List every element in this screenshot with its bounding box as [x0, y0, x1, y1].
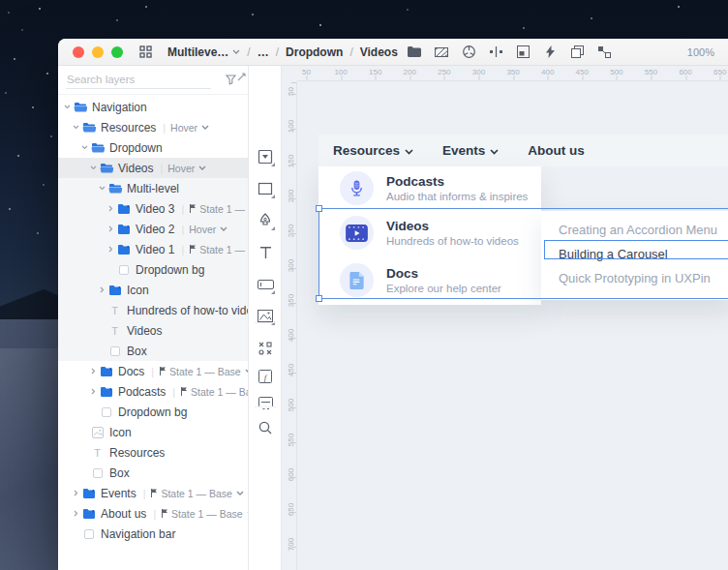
- apps-grid-icon[interactable]: [137, 45, 153, 60]
- dropdown-menu-item[interactable]: VideosHundreds of how-to videos: [318, 210, 541, 255]
- folder-open-icon: [73, 102, 87, 112]
- state-caret-icon: [220, 225, 228, 233]
- layer-state-selector[interactable]: |State 1 — Base: [181, 244, 248, 255]
- layer-row[interactable]: Box: [58, 341, 248, 361]
- folder-icon[interactable]: [405, 43, 424, 62]
- layer-row[interactable]: Icon: [58, 422, 248, 442]
- design-nav-item[interactable]: About us: [528, 143, 585, 158]
- breadcrumb-label: Multileve…: [167, 45, 228, 59]
- breadcrumb-segment[interactable]: Multileve…: [167, 45, 240, 59]
- form-tool-icon[interactable]: f: [256, 367, 275, 386]
- caret-closed-icon[interactable]: [106, 246, 116, 253]
- layer-state-selector[interactable]: |State 1 — Base: [172, 386, 248, 398]
- design-nav-item[interactable]: Resources: [333, 143, 413, 158]
- caret-open-icon[interactable]: [88, 165, 99, 170]
- layer-row[interactable]: Docs|State 1 — Base: [58, 361, 248, 381]
- layer-name: Docs: [118, 365, 144, 378]
- caret-open-icon[interactable]: [71, 125, 81, 130]
- layer-row[interactable]: About us|State 1 — Base: [58, 503, 248, 524]
- caret-closed-icon[interactable]: [71, 510, 81, 517]
- caret-closed-icon[interactable]: [88, 368, 99, 375]
- layer-row[interactable]: Video 3|State 1 — Base: [58, 198, 248, 219]
- selection-handle-bottom-left[interactable]: [316, 295, 322, 302]
- layer-row[interactable]: Dropdown bg: [58, 259, 248, 280]
- caret-open-icon[interactable]: [79, 145, 90, 150]
- layer-state-selector[interactable]: |State 1 — Base: [143, 488, 244, 499]
- layer-state-selector[interactable]: |Hover: [181, 224, 228, 235]
- zoom-level[interactable]: 100%: [687, 46, 714, 58]
- layer-row[interactable]: TVideos: [58, 320, 248, 341]
- layer-state-selector[interactable]: |Hover: [160, 163, 206, 174]
- aperture-icon[interactable]: [459, 43, 478, 62]
- toolstrip-divider: [255, 406, 276, 407]
- texture-icon[interactable]: [432, 43, 451, 62]
- state-divider: |: [163, 122, 166, 134]
- duplicate-icon[interactable]: [567, 43, 587, 62]
- caret-closed-icon[interactable]: [106, 225, 116, 232]
- layer-row[interactable]: Podcasts|State 1 — Base: [58, 381, 248, 402]
- icons-library-icon[interactable]: [256, 339, 275, 358]
- pen-tool-icon[interactable]: [256, 211, 275, 230]
- box-layer-icon: [99, 407, 113, 417]
- card-tool-icon[interactable]: [256, 393, 275, 412]
- input-tool-icon[interactable]: [256, 275, 275, 294]
- layer-row[interactable]: Dropdown: [58, 137, 248, 158]
- layer-row[interactable]: Navigation: [58, 97, 248, 117]
- dropdown-item-text: PodcastsAudio that informs & inspires: [386, 174, 528, 202]
- distribute-icon[interactable]: [486, 43, 505, 62]
- breadcrumb-segment[interactable]: …: [258, 45, 269, 59]
- breadcrumb-segment[interactable]: Dropdown: [286, 45, 343, 59]
- caret-closed-icon[interactable]: [97, 286, 107, 293]
- layer-name: Video 1: [136, 243, 174, 256]
- layer-row[interactable]: Icon: [58, 280, 248, 300]
- minimize-button[interactable]: [92, 46, 104, 58]
- state-caret-icon: [236, 489, 244, 497]
- edit-pencil-icon[interactable]: [237, 68, 246, 85]
- image-fill-icon[interactable]: [513, 43, 532, 62]
- breadcrumb-segment[interactable]: Videos: [360, 45, 398, 59]
- close-button[interactable]: [73, 46, 84, 58]
- selection-handle-top-left[interactable]: [316, 205, 322, 212]
- layer-row[interactable]: Video 1|State 1 — Base: [58, 239, 248, 259]
- layer-row[interactable]: Multi-level: [58, 178, 248, 198]
- ruler-tick-label: 450: [287, 363, 295, 378]
- rectangle-tool-icon[interactable]: [256, 179, 275, 198]
- layer-row[interactable]: Events|State 1 — Base: [58, 483, 248, 503]
- submenu-item[interactable]: Creating an Accordion Menu: [541, 215, 728, 244]
- component-link-icon[interactable]: [594, 43, 614, 62]
- layer-state-selector[interactable]: |State 1 — Base: [153, 508, 248, 520]
- dropdown-menu-item[interactable]: PodcastsAudio that informs & inspires: [318, 166, 541, 210]
- layer-row[interactable]: THundreds of how-to videos: [58, 300, 248, 320]
- layer-name: Resources: [109, 446, 165, 460]
- ruler-tick-label: 150: [369, 68, 381, 76]
- caret-closed-icon[interactable]: [88, 388, 99, 395]
- layer-state-selector[interactable]: |State 1 — Base: [181, 203, 248, 215]
- dropdown-item-subtitle: Audio that informs & inspires: [386, 191, 528, 202]
- dropdown-menu-item[interactable]: DocsExplore our help center: [318, 255, 541, 305]
- box-tool-icon[interactable]: [256, 147, 275, 166]
- layer-row[interactable]: Videos|Hover: [58, 158, 248, 178]
- caret-open-icon[interactable]: [97, 186, 107, 191]
- search-zoom-icon[interactable]: [256, 418, 275, 437]
- box-layer-icon: [90, 468, 105, 478]
- layer-row[interactable]: Video 2|Hover: [58, 219, 248, 239]
- caret-open-icon[interactable]: [62, 105, 73, 109]
- caret-closed-icon[interactable]: [106, 205, 116, 212]
- caret-closed-icon[interactable]: [71, 490, 81, 496]
- layer-state-selector[interactable]: |Hover: [163, 122, 209, 134]
- layer-row[interactable]: Navigation bar: [58, 524, 248, 544]
- layer-row[interactable]: Box: [58, 463, 248, 483]
- search-layers-input[interactable]: [66, 71, 211, 89]
- layer-row[interactable]: TResources: [58, 442, 248, 463]
- lightning-icon[interactable]: [540, 43, 560, 62]
- layer-row[interactable]: Resources|Hover: [58, 117, 248, 137]
- layer-row[interactable]: Dropdown bg: [58, 402, 248, 422]
- filter-funnel-icon[interactable]: [223, 73, 238, 88]
- text-tool-icon[interactable]: [256, 243, 275, 262]
- submenu-item[interactable]: Quick Prototyping in UXPin: [541, 263, 728, 292]
- design-nav-item[interactable]: Events: [442, 143, 499, 158]
- toolstrip-divider: [255, 322, 276, 323]
- maximize-button[interactable]: [111, 46, 123, 58]
- submenu-item[interactable]: Building a Carousel: [541, 244, 728, 263]
- layer-state-selector[interactable]: |State 1 — Base: [151, 366, 248, 377]
